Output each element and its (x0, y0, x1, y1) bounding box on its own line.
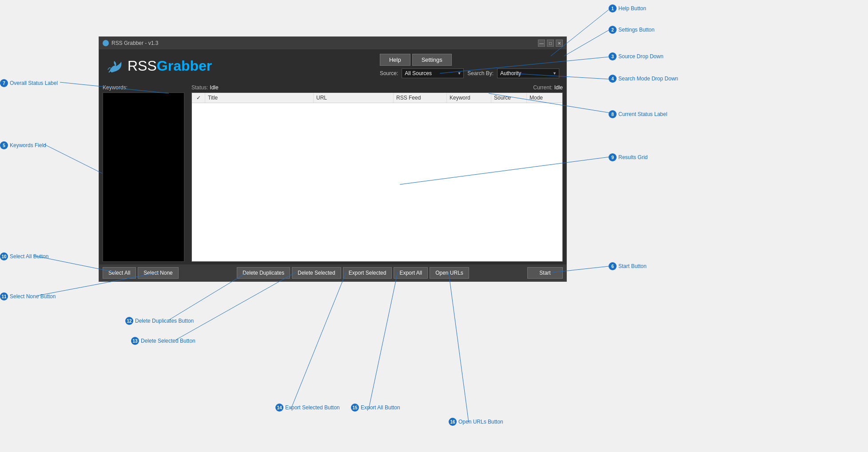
app-icon (103, 40, 109, 46)
annotation-5: 5 Keywords Field (0, 141, 46, 149)
svg-line-14 (369, 272, 398, 409)
select-none-button[interactable]: Select None (138, 267, 178, 279)
search-mode-dropdown-wrapper: Authority (497, 68, 559, 78)
annotation-11: 11 Select None Button (0, 292, 56, 300)
grid-col-source: Source (491, 93, 527, 103)
settings-button[interactable]: Settings (412, 54, 452, 66)
annotation-7: 7 Overall Status Label (0, 79, 58, 87)
help-button[interactable]: Help (380, 54, 410, 66)
export-selected-button[interactable]: Export Selected (343, 267, 392, 279)
annotation-10: 10 Select All Button (0, 252, 48, 260)
search-mode-dropdown[interactable]: Authority (497, 68, 559, 78)
annotation-3: 3 Source Drop Down (609, 52, 663, 60)
results-grid[interactable]: ✓TitleURLRSS FeedKeywordSourceMode (191, 92, 563, 262)
logo-area: RSSGrabber (106, 57, 212, 75)
annotation-12: 12 Delete Duplicates Button (125, 317, 194, 325)
grid-col-keyword: Keyword (447, 93, 491, 103)
grid-col-mode: Mode (527, 93, 562, 103)
svg-line-1 (564, 30, 609, 56)
minimize-button[interactable]: — (538, 40, 545, 47)
grid-header: ✓TitleURLRSS FeedKeywordSourceMode (192, 93, 562, 103)
search-by-label: Search By: (467, 70, 494, 76)
grid-col-title: Title (205, 93, 314, 103)
annotation-2: 2 Settings Button (609, 26, 654, 34)
bottom-toolbar: Select All Select None Delete Duplicates… (99, 264, 566, 281)
open-urls-button[interactable]: Open URLs (430, 267, 469, 279)
app-header: RSSGrabber Help Settings Source: All Sou… (99, 49, 566, 82)
left-panel: Keywords: (99, 82, 188, 264)
svg-line-12 (175, 272, 295, 340)
delete-selected-button[interactable]: Delete Selected (292, 267, 341, 279)
grid-col-rss-feed: RSS Feed (394, 93, 447, 103)
close-button[interactable]: ✕ (556, 40, 563, 47)
main-window: RSS Grabber - v1.3 — □ ✕ RSSGrabber Help… (99, 36, 567, 282)
annotation-15: 15 Export All Button (351, 404, 400, 412)
title-bar: RSS Grabber - v1.3 — □ ✕ (99, 37, 566, 49)
status-bar: Status: Idle Current: Idle (191, 84, 563, 91)
main-content: Keywords: Status: Idle Current: Idle ✓Ti… (99, 82, 566, 264)
annotation-13: 13 Delete Selected Button (131, 337, 195, 345)
annotation-9: 9 Results Grid (609, 153, 648, 161)
keywords-field[interactable] (103, 92, 184, 262)
annotation-4: 4 Search Mode Drop Down (609, 75, 678, 83)
svg-line-4 (44, 144, 102, 173)
logo-icon (106, 57, 124, 75)
grid-col-check: ✓ (192, 93, 205, 103)
window-title: RSS Grabber - v1.3 (111, 40, 158, 46)
maximize-button[interactable]: □ (547, 40, 554, 47)
right-panel: Status: Idle Current: Idle ✓TitleURLRSS … (188, 82, 566, 264)
svg-line-13 (291, 272, 346, 409)
source-label: Source: (380, 70, 398, 76)
logo-text: RSSGrabber (127, 58, 212, 74)
source-dropdown[interactable]: All Sources (402, 68, 464, 78)
current-label: Current: (533, 84, 552, 91)
svg-line-15 (449, 272, 469, 422)
source-dropdown-wrapper: All Sources (402, 68, 464, 78)
annotation-8: 8 Current Status Label (609, 110, 667, 118)
annotation-6: 6 Start Button (609, 262, 646, 270)
grid-col-url: URL (314, 93, 394, 103)
annotation-1: 1 Help Button (609, 4, 646, 12)
current-status-label: Idle (554, 84, 563, 91)
status-label: Status: (191, 84, 208, 91)
grid-body (192, 103, 562, 236)
start-button[interactable]: Start (527, 267, 563, 279)
export-all-button[interactable]: Export All (394, 267, 428, 279)
delete-duplicates-button[interactable]: Delete Duplicates (237, 267, 290, 279)
keywords-label: Keywords: (103, 84, 184, 91)
annotation-16: 16 Open URLs Button (449, 418, 503, 426)
overall-status-label: Idle (210, 84, 218, 91)
annotation-14: 14 Export Selected Button (275, 404, 340, 412)
select-all-button[interactable]: Select All (103, 267, 136, 279)
